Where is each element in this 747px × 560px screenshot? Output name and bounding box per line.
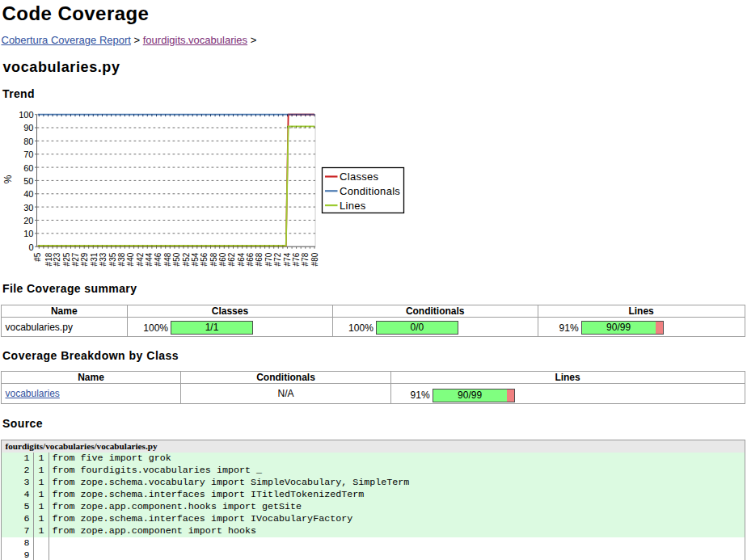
svg-text:#35: #35 [108, 252, 117, 266]
svg-text:100: 100 [19, 110, 33, 120]
svg-text:#5: #5 [33, 252, 42, 262]
svg-text:#58: #58 [209, 252, 218, 266]
svg-text:90: 90 [23, 123, 33, 133]
svg-text:70: 70 [23, 149, 33, 159]
svg-text:#40: #40 [126, 252, 135, 266]
svg-text:#25: #25 [62, 252, 71, 266]
svg-text:0: 0 [28, 242, 33, 252]
svg-text:#46: #46 [154, 252, 163, 266]
svg-text:#42: #42 [136, 252, 145, 266]
svg-text:20: 20 [23, 216, 33, 225]
svg-text:#29: #29 [81, 252, 90, 266]
svg-text:40: 40 [23, 189, 33, 199]
svg-text:#27: #27 [71, 252, 80, 266]
svg-text:#33: #33 [99, 252, 108, 266]
svg-text:#68: #68 [255, 252, 264, 266]
svg-text:%: % [2, 175, 14, 183]
svg-text:#70: #70 [264, 252, 273, 266]
svg-text:#48: #48 [163, 252, 172, 266]
svg-text:#60: #60 [218, 252, 227, 266]
svg-text:60: 60 [23, 163, 33, 173]
svg-text:50: 50 [23, 176, 33, 186]
svg-text:#31: #31 [90, 252, 99, 266]
svg-text:#50: #50 [172, 252, 181, 266]
svg-text:#66: #66 [246, 252, 255, 266]
svg-text:Classes: Classes [340, 171, 379, 183]
svg-text:#52: #52 [182, 252, 191, 266]
svg-text:#23: #23 [53, 252, 61, 266]
svg-text:#76: #76 [292, 252, 301, 266]
svg-text:Lines: Lines [340, 200, 366, 212]
svg-text:#38: #38 [117, 252, 126, 266]
svg-text:30: 30 [23, 203, 33, 213]
svg-text:#74: #74 [283, 252, 292, 266]
svg-text:#78: #78 [301, 252, 310, 266]
svg-text:#80: #80 [310, 252, 319, 266]
svg-text:80: 80 [23, 137, 33, 146]
svg-text:#56: #56 [200, 252, 209, 266]
svg-text:#44: #44 [145, 252, 154, 266]
svg-text:#72: #72 [273, 252, 282, 266]
svg-text:10: 10 [23, 229, 33, 238]
svg-text:#54: #54 [191, 252, 200, 266]
svg-text:#64: #64 [237, 252, 246, 266]
svg-text:Conditionals: Conditionals [340, 185, 400, 197]
svg-text:#62: #62 [227, 252, 236, 266]
